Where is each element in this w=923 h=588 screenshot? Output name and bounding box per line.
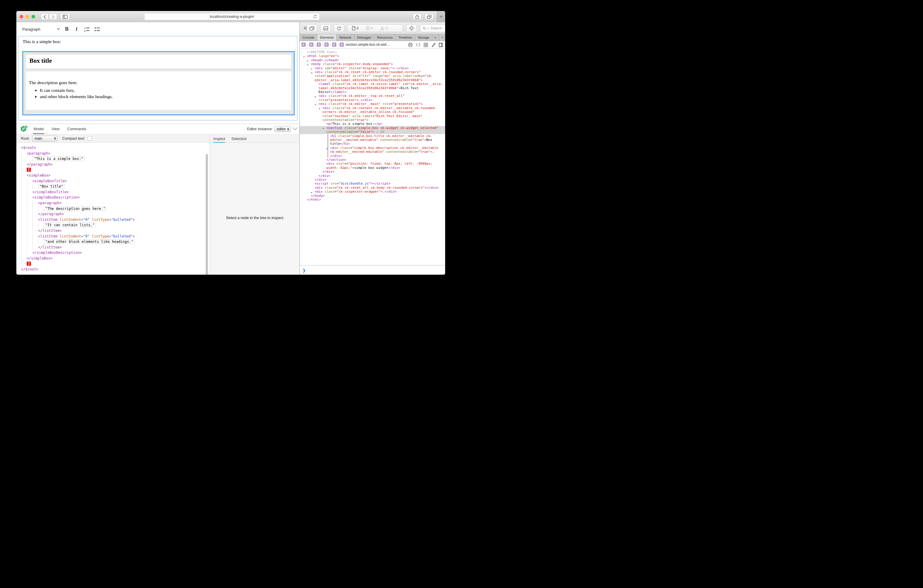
element-badge[interactable]: E bbox=[340, 43, 344, 47]
element-badge[interactable]: E bbox=[332, 43, 336, 47]
model-tree-line[interactable]: "The description goes here." bbox=[21, 206, 135, 212]
devtools-tab-elements[interactable]: Elements bbox=[317, 34, 337, 41]
devtools-detach-button[interactable] bbox=[307, 25, 317, 32]
dom-tree-line[interactable]: </div> bbox=[300, 178, 445, 182]
minimize-button[interactable] bbox=[26, 15, 29, 18]
model-tree-line[interactable]: <paragraph> bbox=[21, 200, 135, 206]
tab-overview-button[interactable] bbox=[425, 13, 434, 20]
dom-tree-line[interactable]: ▼<div class="ck ck-content ck-editor__ed… bbox=[300, 106, 445, 122]
model-tree-line[interactable]: <$root> bbox=[21, 145, 135, 151]
editor-editable-area[interactable]: This is a simple box: Box title The desc… bbox=[18, 36, 297, 120]
list-item[interactable]: and other block elements like headings. bbox=[40, 94, 291, 99]
sidebar-toggle-button[interactable] bbox=[60, 13, 70, 20]
new-tab-button[interactable]: + bbox=[437, 11, 445, 22]
devtools-tab-resources[interactable]: Resources bbox=[374, 34, 396, 41]
dom-tree-line[interactable]: ▶<div class="simple-box-description ck-e… bbox=[300, 146, 445, 158]
simple-box-widget[interactable]: Box title The description goes here. It … bbox=[22, 51, 295, 115]
dom-tree-line[interactable]: </body> bbox=[300, 194, 445, 198]
element-picker-button[interactable] bbox=[406, 25, 417, 32]
details-sidebar-icon[interactable] bbox=[439, 43, 443, 47]
model-tree-line[interactable]: "This is a simple box:" bbox=[21, 156, 135, 162]
devtools-tab-network[interactable]: Network bbox=[337, 34, 354, 41]
zoom-button[interactable] bbox=[31, 15, 35, 18]
reload-icon[interactable] bbox=[313, 15, 317, 19]
back-button[interactable] bbox=[41, 13, 49, 20]
devtools-tab-debugger[interactable]: Debugger bbox=[355, 34, 374, 41]
share-button[interactable] bbox=[413, 13, 422, 20]
model-tree-line[interactable]: <simpleBox> bbox=[21, 173, 135, 178]
dom-tree-line[interactable]: ▶<head>…</head> bbox=[300, 58, 445, 62]
inspector-tab-inspect[interactable]: Inspect bbox=[213, 135, 225, 143]
dom-tree-line[interactable]: ▶<div class="ck ck-editor__top ck-reset_… bbox=[300, 94, 445, 102]
bulleted-list-button[interactable] bbox=[95, 22, 100, 36]
source-code-icon[interactable] bbox=[416, 43, 420, 47]
inspector-tab-selection[interactable]: Selection bbox=[232, 135, 246, 143]
dom-tree-line[interactable]: </div> bbox=[300, 174, 445, 178]
inspector-tab-view[interactable]: View bbox=[51, 124, 59, 134]
warning-count[interactable]: 0 bbox=[380, 26, 388, 30]
paragraph-dropdown[interactable]: Paragraph bbox=[22, 22, 41, 36]
devtools-dock-bottom-button[interactable] bbox=[320, 25, 331, 32]
model-tree-line[interactable]: "Box title" bbox=[21, 184, 135, 189]
dom-tree-line[interactable]: <!DOCTYPE html> bbox=[300, 50, 445, 54]
url-bar[interactable]: localhost/creating-a-plugin/ bbox=[144, 13, 320, 20]
model-tree-line[interactable]: "and other block elements like headings.… bbox=[21, 239, 135, 245]
chevron-down-icon[interactable] bbox=[57, 28, 60, 30]
intro-paragraph[interactable]: This is a simple box: bbox=[23, 39, 61, 44]
dom-tree-line[interactable]: <script src="dist/bundle.js"></script> bbox=[300, 182, 445, 186]
dom-tree-line[interactable]: </div> bbox=[300, 170, 445, 174]
element-badge[interactable]: E bbox=[302, 43, 305, 47]
inspector-tab-commands[interactable]: Commands bbox=[67, 124, 86, 134]
grid-layout-icon[interactable] bbox=[424, 43, 428, 47]
model-tree-line[interactable]: </listItem> bbox=[21, 228, 135, 234]
dom-tree-line[interactable]: ▼<html lang="en"> bbox=[300, 54, 445, 58]
print-icon[interactable] bbox=[408, 43, 412, 47]
dom-tree-line[interactable]: <h1 class="simple-box-title ck-editor__e… bbox=[300, 134, 445, 146]
resource-count[interactable]: 4 bbox=[352, 26, 359, 30]
devtools-overflow-tab[interactable]: » bbox=[432, 34, 439, 41]
model-tree-line[interactable]: ] bbox=[21, 261, 135, 267]
close-button[interactable] bbox=[20, 15, 23, 18]
list-item[interactable]: It can contain lists, bbox=[40, 88, 291, 93]
model-tree-line[interactable]: </listItem> bbox=[21, 245, 135, 250]
model-tree-line[interactable]: <listItem listIndent="0" listType="bulle… bbox=[21, 217, 135, 223]
devtools-search-field[interactable]: Search bbox=[420, 25, 445, 32]
simple-box-description[interactable]: The description goes here. It can contai… bbox=[26, 71, 291, 110]
model-tree-line[interactable]: <paragraph> bbox=[21, 151, 135, 156]
element-badge[interactable]: E bbox=[317, 43, 321, 47]
model-tree-line[interactable]: </simpleBoxDescription> bbox=[21, 250, 135, 256]
italic-button[interactable]: I bbox=[76, 22, 77, 36]
inspector-tab-model[interactable]: Model bbox=[34, 124, 44, 134]
forward-button[interactable] bbox=[49, 13, 57, 20]
compact-text-checkbox[interactable] bbox=[87, 136, 92, 141]
console-prompt-bar[interactable]: ❯ bbox=[300, 265, 445, 275]
description-paragraph[interactable]: The description goes here. bbox=[26, 71, 291, 85]
model-tree-scrollbar[interactable] bbox=[206, 154, 208, 275]
editor-instance-select[interactable]: editor bbox=[274, 126, 291, 132]
dom-tree-line[interactable]: <p>This is a simple box:</p> bbox=[300, 122, 445, 126]
description-list[interactable]: It can contain lists,and other block ele… bbox=[26, 88, 291, 99]
dom-tree-line[interactable]: </html> bbox=[300, 198, 445, 202]
numbered-list-button[interactable]: 12 bbox=[84, 22, 90, 36]
devtools-tab-console[interactable]: Console bbox=[300, 34, 317, 41]
bold-button[interactable]: B bbox=[65, 22, 69, 36]
element-badge[interactable]: E bbox=[309, 43, 314, 47]
model-tree-line[interactable]: </$root> bbox=[21, 267, 135, 272]
box-title-heading[interactable]: Box title bbox=[26, 55, 291, 64]
dom-tree-line[interactable]: ▼<div class="ck ck-reset ck-editor ck-ro… bbox=[300, 70, 445, 82]
dom-tree-line[interactable]: ▶<div class="ck-inspector-wrapper">…</di… bbox=[300, 190, 445, 194]
dom-tree-line[interactable]: ▶<div id="editor" style="display: none;"… bbox=[300, 66, 445, 70]
model-tree-line[interactable]: </simpleBox> bbox=[21, 256, 135, 261]
element-badge[interactable]: E bbox=[324, 43, 328, 47]
dom-tree-line[interactable]: <label class="ck ck-label ck-voice-label… bbox=[300, 82, 445, 94]
model-tree-line[interactable]: </simpleBoxTitle> bbox=[21, 189, 135, 195]
inspector-collapse-button[interactable] bbox=[292, 127, 298, 130]
model-tree-line[interactable]: </paragraph> bbox=[21, 211, 135, 217]
collapse-arrow-icon[interactable]: ▼ bbox=[323, 126, 324, 130]
dom-tree-line[interactable]: ▼<body class="ck-inspector-body-expanded… bbox=[300, 62, 445, 66]
devtools-reload-button[interactable] bbox=[333, 25, 344, 32]
dom-tree-line[interactable]: ▼<section class="simple-box ck-widget ck… bbox=[300, 126, 445, 134]
model-tree-line[interactable]: </paragraph> bbox=[21, 162, 135, 168]
dom-tree-line[interactable]: <div class="ck ck-reset_all ck-body ck-r… bbox=[300, 186, 445, 190]
devtools-tab-timelines[interactable]: Timelines bbox=[396, 34, 415, 41]
